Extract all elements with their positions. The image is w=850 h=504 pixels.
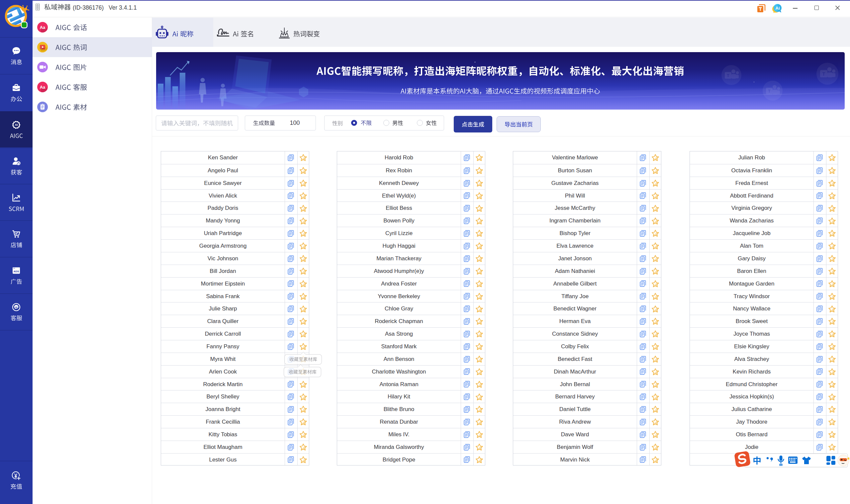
svg-text:Aa: Aa [40,85,46,90]
svg-text:T: T [768,89,771,94]
svg-text:ADS: ADS [14,270,20,273]
svg-text:AI: AI [15,306,18,308]
svg-text:AI: AI [15,123,18,126]
svg-text:T: T [822,71,826,77]
svg-text:T: T [727,73,729,78]
svg-text:Aa: Aa [40,25,46,30]
svg-text:Ai: Ai [776,6,780,11]
